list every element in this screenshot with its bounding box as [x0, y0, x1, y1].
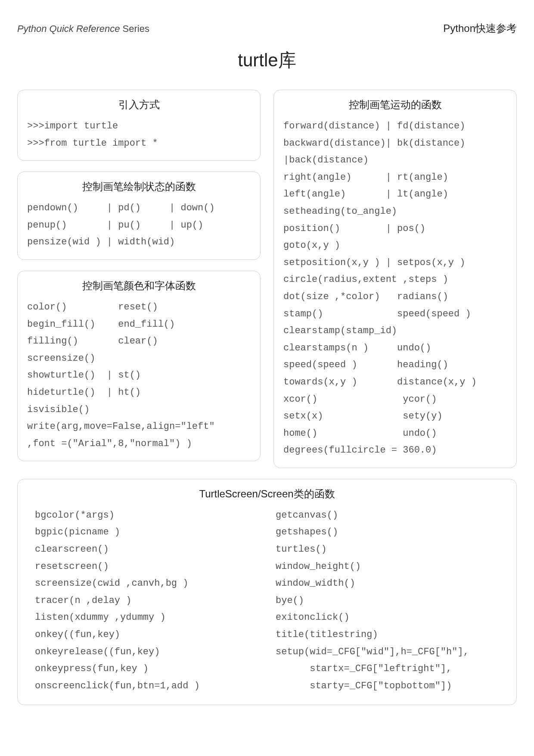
page-title: turtle库: [17, 48, 517, 72]
box-pen-state-title: 控制画笔绘制状态的函数: [27, 180, 251, 194]
header-series-italic: Python Quick Reference: [17, 23, 120, 34]
box-import-body: >>>import turtle >>>from turtle import *: [27, 118, 251, 152]
box-pen-state: 控制画笔绘制状态的函数 pendown() | pd() | down() pe…: [17, 172, 261, 260]
box-screen: TurtleScreen/Screen类的函数 bgcolor(*args) b…: [17, 479, 517, 706]
box-import-title: 引入方式: [27, 98, 251, 112]
box-pen-state-body: pendown() | pd() | down() penup() | pu()…: [27, 200, 251, 251]
two-column-layout: 引入方式 >>>import turtle >>>from turtle imp…: [17, 90, 517, 468]
header-left: Python Quick Reference Series: [17, 23, 149, 34]
box-motion: 控制画笔运动的函数 forward(distance) | fd(distanc…: [273, 90, 517, 468]
box-motion-body: forward(distance) | fd(distance) backwar…: [283, 118, 507, 459]
box-import: 引入方式 >>>import turtle >>>from turtle imp…: [17, 90, 261, 161]
right-column: 控制画笔运动的函数 forward(distance) | fd(distanc…: [273, 90, 517, 468]
box-screen-left: bgcolor(*args) bgpic(picname ) clearscre…: [35, 507, 258, 695]
left-column: 引入方式 >>>import turtle >>>from turtle imp…: [17, 90, 261, 468]
page-header: Python Quick Reference Series Python快速参考: [17, 22, 517, 35]
box-color-font-body: color() reset() begin_fill() end_fill() …: [27, 299, 251, 452]
box-screen-columns: bgcolor(*args) bgpic(picname ) clearscre…: [35, 507, 499, 695]
box-screen-title: TurtleScreen/Screen类的函数: [35, 487, 499, 501]
box-motion-title: 控制画笔运动的函数: [283, 98, 507, 112]
box-color-font-title: 控制画笔颜色和字体函数: [27, 279, 251, 293]
header-right: Python快速参考: [443, 22, 517, 35]
box-screen-right: getcanvas() getshapes() turtles() window…: [276, 507, 499, 695]
header-series-rest: Series: [120, 23, 149, 34]
box-color-font: 控制画笔颜色和字体函数 color() reset() begin_fill()…: [17, 271, 261, 461]
